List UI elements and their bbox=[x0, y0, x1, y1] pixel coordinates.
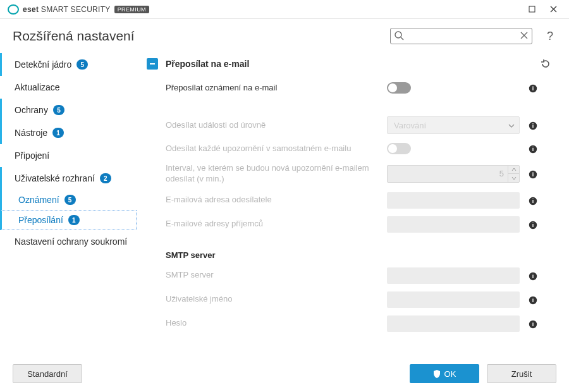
sender-input[interactable] bbox=[387, 192, 520, 209]
button-label: Standardní bbox=[27, 369, 68, 379]
page-title: Rozšířená nastavení bbox=[13, 28, 382, 44]
row-forward-notify: Přeposílat oznámení na e-mail i bbox=[147, 77, 558, 99]
default-button[interactable]: Standardní bbox=[13, 364, 82, 383]
sidebar-item-label: Nástroje bbox=[15, 128, 47, 138]
sidebar-item-privacy[interactable]: Nastavení ochrany soukromí bbox=[0, 230, 147, 253]
page-header: Rozšířená nastavení ? bbox=[0, 19, 569, 47]
info-icon[interactable]: i bbox=[526, 120, 540, 130]
sidebar-item-label: Detekční jádro bbox=[15, 59, 71, 70]
premium-badge: PREMIUM bbox=[114, 6, 149, 13]
row-label: Uživatelské jméno bbox=[166, 294, 381, 305]
settings-panel: Přeposílat na e-mail Přeposílat oznámení… bbox=[147, 51, 560, 348]
interval-spinner[interactable] bbox=[387, 165, 520, 183]
button-label: OK bbox=[444, 369, 456, 379]
sidebar-subitem-forwarding[interactable]: Přeposílání 1 bbox=[0, 210, 137, 230]
svg-point-0 bbox=[8, 5, 18, 14]
product-name: eset SMART SECURITY bbox=[23, 5, 111, 14]
window-close-button[interactable] bbox=[542, 1, 564, 18]
sidebar-badge: 2 bbox=[100, 173, 111, 183]
info-icon[interactable]: i bbox=[526, 144, 540, 154]
app-logo: eset SMART SECURITY PREMIUM bbox=[8, 4, 149, 15]
smtp-pass-input[interactable] bbox=[387, 315, 520, 332]
smtp-server-input[interactable] bbox=[387, 267, 520, 284]
row-label: Přeposílat oznámení na e-mail bbox=[166, 83, 381, 94]
row-smtp-user: Uživatelské jméno i bbox=[147, 288, 558, 312]
row-label: Interval, ve kterém se budou nová upozor… bbox=[166, 163, 381, 185]
svg-rect-1 bbox=[529, 6, 535, 12]
recipients-input[interactable] bbox=[387, 216, 520, 233]
sidebar-item-detection[interactable]: Detekční jádro 5 bbox=[0, 53, 147, 76]
info-icon[interactable]: i bbox=[526, 295, 540, 305]
sidebar-item-label: Přeposílání bbox=[18, 215, 63, 225]
sidebar-subitem-notifications[interactable]: Oznámení 5 bbox=[0, 190, 147, 210]
search-field-wrap bbox=[390, 28, 532, 44]
body: Detekční jádro 5 Aktualizace Ochrany 5 N… bbox=[0, 47, 569, 360]
select-event-level[interactable]: Varování bbox=[387, 116, 520, 134]
svg-text:i: i bbox=[532, 198, 534, 204]
row-label: SMTP server bbox=[166, 270, 381, 281]
help-button[interactable]: ? bbox=[542, 30, 558, 43]
row-send-separate: Odesílat každé upozornění v samostatném … bbox=[147, 138, 558, 159]
toggle-forward-notify[interactable] bbox=[387, 82, 411, 94]
sidebar-item-protections[interactable]: Ochrany 5 bbox=[0, 99, 147, 121]
row-enable-tls: Povolit TLS i bbox=[147, 347, 558, 348]
window-maximize-button[interactable] bbox=[521, 1, 542, 18]
row-interval: Interval, ve kterém se budou nová upozor… bbox=[147, 159, 558, 188]
sidebar-item-connection[interactable]: Připojení bbox=[0, 144, 147, 167]
row-label: Odesílat každé upozornění v samostatném … bbox=[166, 144, 381, 154]
section-title: Přeposílat na e-mail bbox=[166, 59, 531, 69]
smtp-heading: SMTP server bbox=[147, 236, 558, 264]
svg-text:i: i bbox=[532, 146, 534, 152]
reset-section-button[interactable] bbox=[539, 57, 553, 71]
info-icon[interactable]: i bbox=[526, 319, 540, 329]
sidebar-item-label: Aktualizace bbox=[15, 82, 60, 92]
shield-icon bbox=[433, 370, 441, 378]
row-sender-address: E-mailová adresa odesílatele i bbox=[147, 188, 558, 212]
spinner-up-icon[interactable] bbox=[508, 166, 519, 175]
info-icon[interactable]: i bbox=[526, 195, 540, 205]
sidebar-item-label: Připojení bbox=[15, 150, 49, 161]
section-header: Přeposílat na e-mail bbox=[147, 51, 558, 77]
sidebar-badge: 5 bbox=[53, 105, 64, 115]
row-recipient-addresses: E-mailové adresy příjemců i bbox=[147, 212, 558, 236]
sidebar-badge: 1 bbox=[52, 128, 64, 138]
svg-text:i: i bbox=[532, 222, 534, 228]
sidebar: Detekční jádro 5 Aktualizace Ochrany 5 N… bbox=[0, 51, 147, 360]
info-icon[interactable]: i bbox=[526, 219, 540, 230]
smtp-user-input[interactable] bbox=[387, 291, 520, 308]
product-part-a: SMART bbox=[41, 5, 68, 14]
button-label: Zrušit bbox=[511, 369, 532, 379]
svg-point-2 bbox=[395, 32, 401, 38]
product-part-b: SECURITY bbox=[71, 5, 111, 14]
svg-text:i: i bbox=[532, 273, 534, 279]
row-label: Odesílat události od úrovně bbox=[166, 120, 381, 131]
svg-text:i: i bbox=[532, 171, 534, 178]
spinner-down-icon[interactable] bbox=[508, 174, 519, 182]
search-input[interactable] bbox=[390, 28, 532, 44]
ok-button[interactable]: OK bbox=[410, 364, 479, 383]
cancel-button[interactable]: Zrušit bbox=[487, 364, 556, 383]
row-smtp-pass: Heslo i bbox=[147, 312, 558, 336]
search-icon bbox=[394, 30, 404, 40]
info-icon[interactable]: i bbox=[526, 169, 540, 179]
footer: Standardní OK Zrušit bbox=[0, 360, 569, 392]
row-label: Heslo bbox=[166, 318, 381, 329]
row-smtp-server: SMTP server i bbox=[147, 264, 558, 288]
brand-strong: eset bbox=[23, 5, 39, 14]
collapse-button[interactable] bbox=[147, 58, 158, 70]
info-icon[interactable]: i bbox=[526, 271, 540, 281]
row-label: E-mailová adresa odesílatele bbox=[166, 195, 381, 205]
sidebar-item-update[interactable]: Aktualizace bbox=[0, 76, 147, 99]
svg-text:i: i bbox=[532, 85, 534, 92]
svg-text:i: i bbox=[532, 123, 534, 129]
interval-input bbox=[388, 166, 508, 182]
clear-search-icon[interactable] bbox=[520, 31, 529, 40]
sidebar-item-tools[interactable]: Nástroje 1 bbox=[0, 121, 147, 144]
sidebar-item-label: Ochrany bbox=[15, 105, 48, 115]
sidebar-badge: 5 bbox=[64, 195, 76, 205]
eset-logo-icon bbox=[8, 4, 19, 15]
sidebar-item-label: Nastavení ochrany soukromí bbox=[15, 236, 127, 247]
sidebar-item-ui[interactable]: Uživatelské rozhraní 2 bbox=[0, 167, 147, 190]
info-icon[interactable]: i bbox=[526, 83, 540, 93]
sidebar-item-label: Oznámení bbox=[18, 195, 59, 205]
